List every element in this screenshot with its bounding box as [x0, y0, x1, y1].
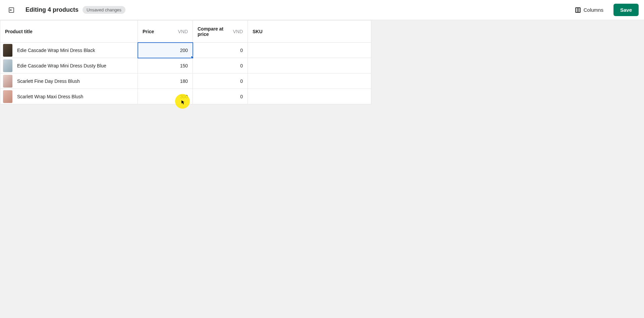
cell-compare-at-price[interactable]: 0 [193, 73, 248, 89]
product-thumbnail [3, 44, 12, 57]
columns-button[interactable]: Columns [570, 4, 608, 16]
cell-price[interactable]: 180 [138, 73, 193, 89]
cell-sku[interactable] [248, 89, 371, 104]
product-thumbnail [3, 90, 12, 103]
column-header-sku[interactable]: SKU [248, 20, 371, 43]
product-thumbnail [3, 59, 12, 72]
column-header-compare-at-price[interactable]: Compare at price VND [193, 20, 248, 43]
table-header-row: Product title Price VND Compare at price… [0, 20, 371, 43]
back-button[interactable] [5, 4, 17, 16]
svg-rect-1 [576, 8, 580, 12]
cell-compare-at-price[interactable]: 0 [193, 43, 248, 58]
cell-price[interactable]: 150 [138, 58, 193, 73]
cell-sku[interactable] [248, 58, 371, 73]
workspace: Product title Price VND Compare at price… [0, 20, 644, 104]
cell-compare-at-price[interactable]: 0 [193, 58, 248, 73]
cell-sku[interactable] [248, 43, 371, 58]
exit-icon [8, 7, 15, 13]
currency-label: VND [178, 29, 188, 34]
table-row: Scarlett Wrap Maxi Dress Blush3000 [0, 89, 371, 104]
product-title-text: Edie Cascade Wrap Mini Dress Black [17, 48, 95, 53]
product-title-text: Scarlett Fine Day Dress Blush [17, 78, 80, 84]
unsaved-changes-badge: Unsaved changes [83, 6, 125, 14]
table-row: Scarlett Fine Day Dress Blush1800 [0, 73, 371, 89]
cell-product-title[interactable]: Scarlett Wrap Maxi Dress Blush [0, 89, 138, 104]
product-table: Product title Price VND Compare at price… [0, 20, 371, 104]
columns-icon [575, 7, 581, 13]
cell-product-title[interactable]: Edie Cascade Wrap Mini Dress Dusty Blue [0, 58, 138, 73]
cell-sku[interactable] [248, 73, 371, 89]
column-header-product-title[interactable]: Product title [0, 20, 138, 43]
cell-price[interactable]: 200 [138, 43, 193, 58]
columns-button-label: Columns [584, 7, 603, 13]
table-row: Edie Cascade Wrap Mini Dress Dusty Blue1… [0, 58, 371, 73]
page-title: Editing 4 products [25, 6, 78, 13]
column-header-price[interactable]: Price VND [138, 20, 193, 43]
cell-price[interactable]: 300 [138, 89, 193, 104]
product-title-text: Edie Cascade Wrap Mini Dress Dusty Blue [17, 63, 106, 68]
cell-compare-at-price[interactable]: 0 [193, 89, 248, 104]
bulk-editor-grid: Product title Price VND Compare at price… [0, 20, 644, 104]
cell-product-title[interactable]: Edie Cascade Wrap Mini Dress Black [0, 43, 138, 58]
save-button[interactable]: Save [613, 4, 639, 16]
product-title-text: Scarlett Wrap Maxi Dress Blush [17, 94, 83, 99]
table-row: Edie Cascade Wrap Mini Dress Black2000 [0, 43, 371, 58]
top-bar: Editing 4 products Unsaved changes Colum… [0, 0, 644, 20]
product-thumbnail [3, 75, 12, 88]
currency-label: VND [233, 29, 243, 34]
cell-product-title[interactable]: Scarlett Fine Day Dress Blush [0, 73, 138, 89]
